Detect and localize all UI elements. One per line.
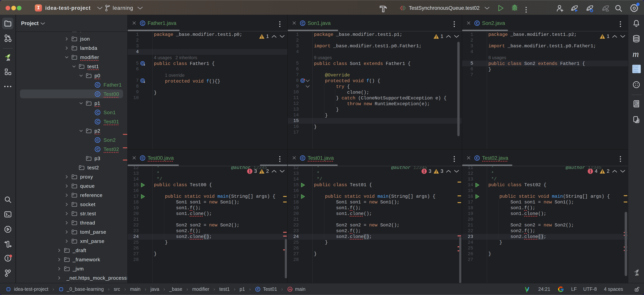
svg-text:C: C xyxy=(476,156,478,160)
svg-text:C: C xyxy=(476,21,478,25)
svg-text:C: C xyxy=(302,21,304,25)
svg-text:C: C xyxy=(302,156,304,160)
svg-text:C: C xyxy=(257,287,259,291)
svg-text:C: C xyxy=(96,138,100,142)
svg-text:m: m xyxy=(289,287,291,291)
svg-text:C: C xyxy=(96,147,100,151)
svg-text:JR: JR xyxy=(635,273,639,276)
svg-text:C: C xyxy=(96,92,100,96)
svg-text:C: C xyxy=(142,156,144,160)
svg-text:C: C xyxy=(96,83,100,87)
svg-text:C: C xyxy=(96,119,100,124)
svg-text:A: A xyxy=(636,102,638,105)
svg-text:C: C xyxy=(96,110,100,115)
svg-text:JR: JR xyxy=(6,58,10,61)
svg-text:C: C xyxy=(142,21,144,25)
